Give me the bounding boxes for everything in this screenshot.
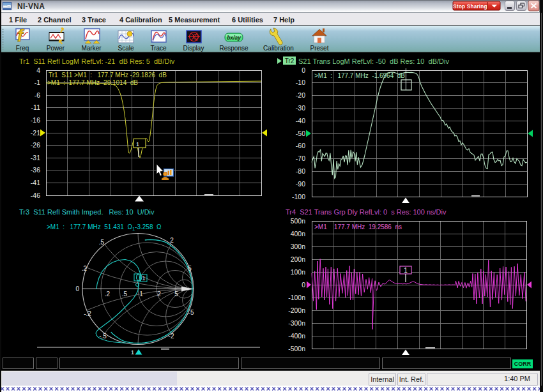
svg-text:0: 0: [75, 285, 79, 292]
svg-text:.5: .5: [99, 239, 105, 246]
svg-text:-400n: -400n: [288, 332, 305, 340]
svg-text:>M1 177.7 MHz 19.2586 ns: >M1 177.7 MHz 19.2586 ns: [314, 223, 402, 230]
svg-text:-70: -70: [296, 155, 305, 162]
svg-text:-90: -90: [296, 180, 305, 188]
svg-text:0: 0: [302, 281, 305, 289]
svg-text:-20: -20: [296, 91, 305, 99]
svg-text:1: 1: [136, 141, 139, 147]
svg-text:2: 2: [170, 237, 174, 244]
svg-text:-100n: -100n: [288, 294, 305, 301]
svg-text:-.5: -.5: [99, 333, 107, 340]
svg-text:1: 1: [404, 267, 408, 274]
svg-text:1: 1: [139, 290, 143, 298]
svg-text:Tr3 S11 Refl Smith Imped. R: Tr3 S11 Refl Smith Imped. Res: 10 U/Div: [19, 208, 155, 216]
svg-text:-5: -5: [188, 309, 194, 316]
svg-text:5: 5: [174, 290, 178, 298]
svg-text:-31: -31: [31, 154, 40, 162]
svg-text:300n: 300n: [291, 243, 306, 250]
svg-text:Tr1 S11 >M1 : 177.7 MHz -2: Tr1 S11 >M1 : 177.7 MHz -29.1826 dB: [49, 72, 167, 79]
svg-text:2: 2: [157, 290, 161, 298]
svg-text:bx/ay: bx/ay: [227, 34, 241, 41]
svg-text:1: 1: [131, 349, 134, 356]
svg-text:.2: .2: [82, 265, 88, 272]
svg-text:-21: -21: [31, 129, 40, 137]
svg-text:-30: -30: [296, 104, 305, 112]
svg-text:0: 0: [302, 66, 305, 74]
svg-text:200n: 200n: [291, 255, 306, 263]
svg-text:-46: -46: [31, 192, 40, 199]
svg-text:Stop Sharing: Stop Sharing: [453, 4, 487, 10]
svg-text:>M1 : 177.7 MHz -1.6964 d: >M1 : 177.7 MHz -1.6964 dB: [314, 72, 405, 79]
svg-text:S21 Trans LogM RefLvl: -50 dB: S21 Trans LogM RefLvl: -50 dB Res: 10 dB…: [298, 57, 450, 65]
svg-text:.2: .2: [105, 290, 111, 298]
svg-text:Tr1 S11 Refl LogM RefLvl: -21: Tr1 S11 Refl LogM RefLvl: -21 dB Res: 5 …: [19, 57, 175, 65]
svg-text:-11: -11: [31, 103, 41, 111]
svg-text:-100: -100: [292, 193, 305, 200]
svg-text:-40: -40: [296, 117, 305, 124]
svg-text:Tr2: Tr2: [285, 57, 294, 64]
svg-text:-500n: -500n: [288, 345, 305, 352]
svg-text:-.2: -.2: [84, 310, 91, 317]
svg-text:-200n: -200n: [288, 306, 305, 314]
svg-text:-50: -50: [296, 130, 305, 137]
svg-text:-10: -10: [296, 79, 305, 86]
svg-text:-60: -60: [296, 142, 305, 149]
svg-text:>M1 : 177.7 MHz 51.431 Ω1: >M1 : 177.7 MHz 51.431 Ω1-3.258 Ω: [47, 223, 162, 232]
svg-text:-36: -36: [31, 166, 40, 174]
svg-text:>M1 : 177.7 MHz -29.1014 dB: >M1 : 177.7 MHz -29.1014 dB: [47, 79, 138, 86]
svg-text:4: 4: [36, 66, 40, 74]
svg-text:400n: 400n: [291, 230, 306, 237]
svg-text:-2: -2: [169, 333, 174, 340]
svg-text:1: 1: [142, 275, 145, 282]
svg-text:.5: .5: [122, 290, 128, 298]
svg-text:-6: -6: [34, 91, 40, 99]
svg-text:-26: -26: [31, 141, 40, 149]
svg-text:-16: -16: [31, 116, 40, 124]
svg-text:500n: 500n: [291, 217, 306, 225]
svg-text:-300n: -300n: [288, 319, 305, 327]
svg-text:-80: -80: [296, 167, 305, 175]
svg-text:100n: 100n: [291, 268, 306, 276]
svg-text:-41: -41: [31, 179, 40, 186]
svg-text:-1: -1: [34, 79, 40, 86]
svg-text:Tr4 S21 Trans Grp Dly RefLvl:: Tr4 S21 Trans Grp Dly RefLvl: 0 s Res: 1…: [286, 208, 447, 216]
svg-text:5: 5: [188, 265, 192, 272]
